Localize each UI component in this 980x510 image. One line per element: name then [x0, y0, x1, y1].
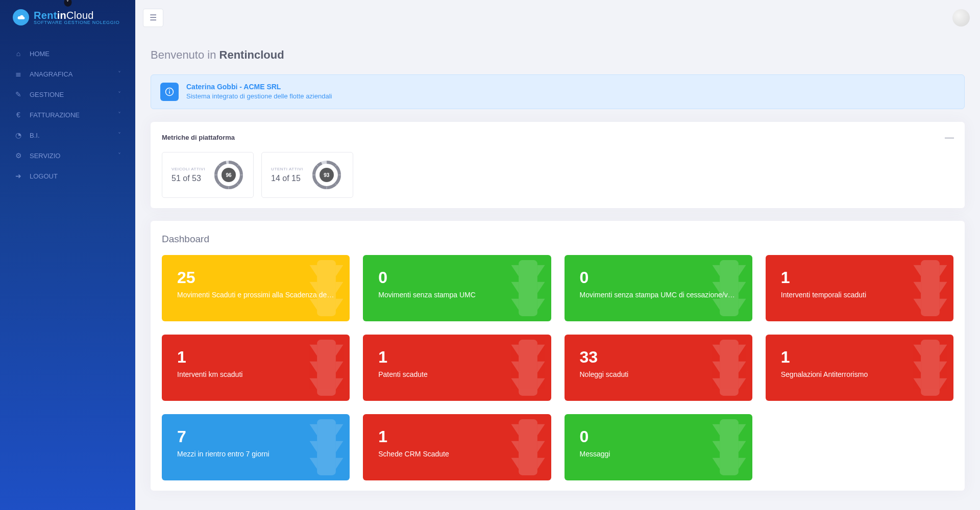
- logout-icon: ➜: [14, 172, 22, 180]
- dashboard-tile[interactable]: 25Movimenti Scaduti e prossimi alla Scad…: [162, 255, 350, 321]
- nav-label: FATTURAZIONE: [30, 111, 80, 119]
- dashboard-tile[interactable]: 0Movimenti senza stampa UMC di cessazion…: [565, 255, 752, 321]
- traffic-light-icon: [307, 419, 346, 475]
- page-title: Benvenuto in Rentincloud: [151, 48, 965, 62]
- dashboard-tiles: 25Movimenti Scaduti e prossimi alla Scad…: [162, 255, 953, 480]
- brand-subtitle: SOFTWARE GESTIONE NOLEGGIO: [34, 20, 119, 25]
- gauge-value: 93: [320, 168, 334, 182]
- sidebar: ˅ RentinCloud SOFTWARE GESTIONE NOLEGGIO…: [0, 0, 135, 510]
- dashboard-tile[interactable]: 0Messaggi: [565, 414, 752, 480]
- banner-title: Caterina Gobbi - ACME SRL: [186, 83, 332, 91]
- cloud-icon: [13, 9, 29, 26]
- dashboard-tile[interactable]: 1Interventi km scaduti: [162, 335, 350, 401]
- traffic-light-icon: [307, 260, 346, 316]
- traffic-light-icon: [307, 340, 346, 396]
- nav-fatturazione[interactable]: € FATTURAZIONE ˅: [0, 105, 135, 125]
- dashboard-tile[interactable]: 1Patenti scadute: [363, 335, 551, 401]
- traffic-light-icon: [911, 340, 949, 396]
- euro-icon: €: [14, 111, 22, 119]
- nav-anagrafica[interactable]: ≣ ANAGRAFICA ˅: [0, 64, 135, 84]
- brand-title: RentinCloud: [34, 10, 119, 20]
- chevron-down-icon: ˅: [118, 111, 121, 118]
- traffic-light-icon: [710, 340, 748, 396]
- nav-label: ANAGRAFICA: [30, 70, 73, 78]
- metrics-panel: Metriche di piattaforma — VEICOLI ATTIVI…: [151, 122, 965, 208]
- dashboard-tile[interactable]: 33Noleggi scaduti: [565, 335, 752, 401]
- traffic-light-icon: [509, 340, 547, 396]
- banner-subtitle: Sistema integrato di gestione delle flot…: [186, 92, 332, 100]
- nav-label: SERVIZIO: [30, 152, 60, 160]
- home-icon: ⌂: [14, 49, 22, 58]
- svg-point-2: [169, 89, 170, 90]
- dashboard-title: Dashboard: [162, 234, 953, 245]
- main: ☰ Benvenuto in Rentincloud Caterina Gobb…: [135, 0, 980, 510]
- svg-rect-1: [169, 91, 170, 94]
- metric-value: 51 of 53: [172, 174, 205, 183]
- nav-home[interactable]: ⌂ HOME: [0, 43, 135, 64]
- nav-label: LOGOUT: [30, 172, 58, 180]
- metric-users: UTENTI ATTIVI 14 of 15: [261, 152, 353, 198]
- traffic-light-icon: [509, 419, 547, 475]
- nav-label: HOME: [30, 50, 50, 58]
- traffic-light-icon: [710, 419, 748, 475]
- avatar[interactable]: [952, 9, 970, 27]
- metrics-panel-title: Metriche di piattaforma: [162, 134, 235, 141]
- chevron-down-icon: ˅: [118, 132, 121, 139]
- nav-label: GESTIONE: [30, 91, 64, 98]
- metric-label: VEICOLI ATTIVI: [172, 167, 205, 171]
- database-icon: ≣: [14, 70, 22, 78]
- nav-label: B.I.: [30, 132, 40, 139]
- chevron-down-icon: ˅: [118, 70, 121, 78]
- dashboard-tile[interactable]: 1Schede CRM Scadute: [363, 414, 551, 480]
- nav-servizio[interactable]: ⚙ SERVIZIO ˅: [0, 145, 135, 166]
- gear-icon: ⚙: [14, 151, 22, 160]
- dashboard-panel: Dashboard 25Movimenti Scaduti e prossimi…: [151, 221, 965, 491]
- nav-gestione[interactable]: ✎ GESTIONE ˅: [0, 84, 135, 105]
- gauge-users: 93: [311, 160, 342, 190]
- metric-vehicles: VEICOLI ATTIVI 51 of 53: [162, 152, 254, 198]
- brand[interactable]: ˅ RentinCloud SOFTWARE GESTIONE NOLEGGIO: [0, 0, 135, 31]
- gauge-vehicles: 96: [213, 160, 244, 190]
- chevron-down-icon: ˅: [64, 0, 71, 7]
- metric-label: UTENTI ATTIVI: [271, 167, 303, 171]
- dashboard-tile[interactable]: 1Interventi temporali scaduti: [766, 255, 953, 321]
- chevron-down-icon: ˅: [118, 91, 121, 98]
- dashboard-tile[interactable]: 7Mezzi in rientro entro 7 giorni: [162, 414, 350, 480]
- hamburger-button[interactable]: ☰: [143, 9, 163, 27]
- nav: ⌂ HOME ≣ ANAGRAFICA ˅ ✎ GESTIONE ˅ € FAT…: [0, 43, 135, 186]
- dashboard-tile[interactable]: 0Movimenti senza stampa UMC: [363, 255, 551, 321]
- topbar: ☰: [135, 0, 980, 36]
- nav-logout[interactable]: ➜ LOGOUT: [0, 166, 135, 186]
- traffic-light-icon: [911, 260, 949, 316]
- welcome-banner: Caterina Gobbi - ACME SRL Sistema integr…: [151, 74, 965, 109]
- edit-icon: ✎: [14, 90, 22, 98]
- chart-icon: ◔: [14, 131, 22, 139]
- info-icon: [160, 83, 179, 101]
- chevron-down-icon: ˅: [118, 152, 121, 159]
- traffic-light-icon: [509, 260, 547, 316]
- gauge-value: 96: [222, 168, 236, 182]
- metric-value: 14 of 15: [271, 174, 303, 183]
- collapse-button[interactable]: —: [945, 132, 953, 143]
- nav-bi[interactable]: ◔ B.I. ˅: [0, 125, 135, 145]
- traffic-light-icon: [710, 260, 748, 316]
- dashboard-tile[interactable]: 1Segnalazioni Antiterrorismo: [766, 335, 953, 401]
